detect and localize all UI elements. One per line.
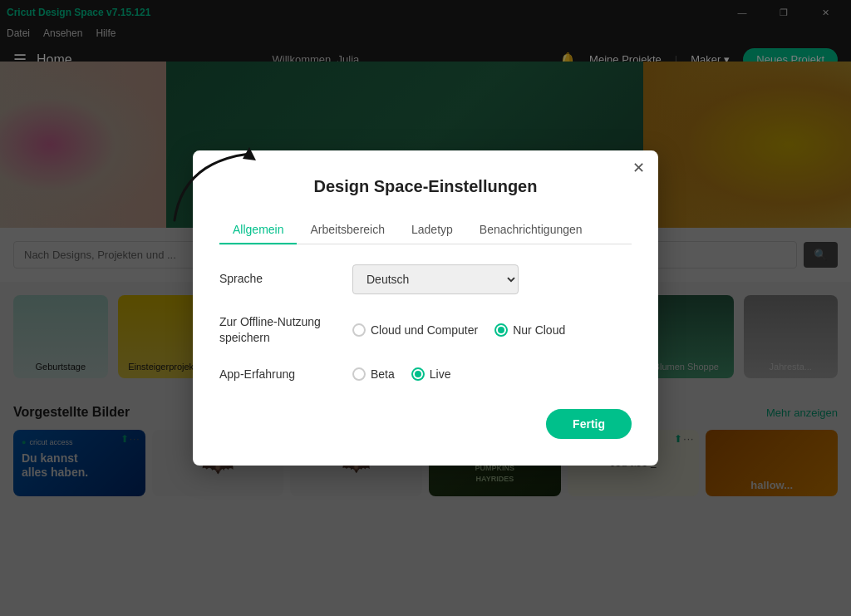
tab-arbeitsbereich[interactable]: Arbeitsbereich [297,216,398,244]
radio-circle-nur-cloud [494,323,508,337]
fertig-button[interactable]: Fertig [546,409,632,439]
radio-live[interactable]: Live [411,368,451,382]
app-erfahrung-label: App-Erfahrung [219,367,352,383]
radio-label-live: Live [430,368,451,382]
app-erfahrung-row: App-Erfahrung Beta Live [219,367,632,383]
sprache-control: Deutsch English Français Español [352,264,632,294]
sprache-row: Sprache Deutsch English Français Español [219,264,632,294]
offline-radio-group: Cloud und Computer Nur Cloud [352,323,632,337]
offline-row: Zur Offline-Nutzung speichern Cloud und … [219,314,632,347]
tab-ladetyp[interactable]: Ladetyp [398,216,466,244]
radio-circle-live [411,368,425,382]
modal-close-button[interactable]: ✕ [632,160,645,175]
erfahrung-radio-group: Beta Live [352,368,632,382]
sprache-label: Sprache [219,271,352,288]
app-erfahrung-control: Beta Live [352,368,632,382]
modal-tabs: Allgemein Arbeitsbereich Ladetyp Benachr… [219,216,632,244]
radio-cloud-computer[interactable]: Cloud und Computer [352,323,478,337]
modal-footer: Fertig [219,409,632,439]
language-select[interactable]: Deutsch English Français Español [352,264,519,294]
tab-benachrichtigungen[interactable]: Benachrichtigungen [466,216,596,244]
radio-nur-cloud[interactable]: Nur Cloud [494,323,565,337]
radio-label-cloud-computer: Cloud und Computer [371,323,478,337]
offline-label: Zur Offline-Nutzung speichern [219,314,352,347]
radio-label-nur-cloud: Nur Cloud [513,323,565,337]
settings-modal: ✕ Design Space-Einstellungen Allgemein A… [193,150,658,466]
radio-beta[interactable]: Beta [352,368,395,382]
radio-label-beta: Beta [371,368,395,382]
tab-allgemein[interactable]: Allgemein [219,216,297,244]
radio-circle-cloud-computer [352,323,366,337]
radio-circle-beta [352,368,366,382]
offline-control: Cloud und Computer Nur Cloud [352,323,632,337]
modal-title: Design Space-Einstellungen [219,177,632,196]
